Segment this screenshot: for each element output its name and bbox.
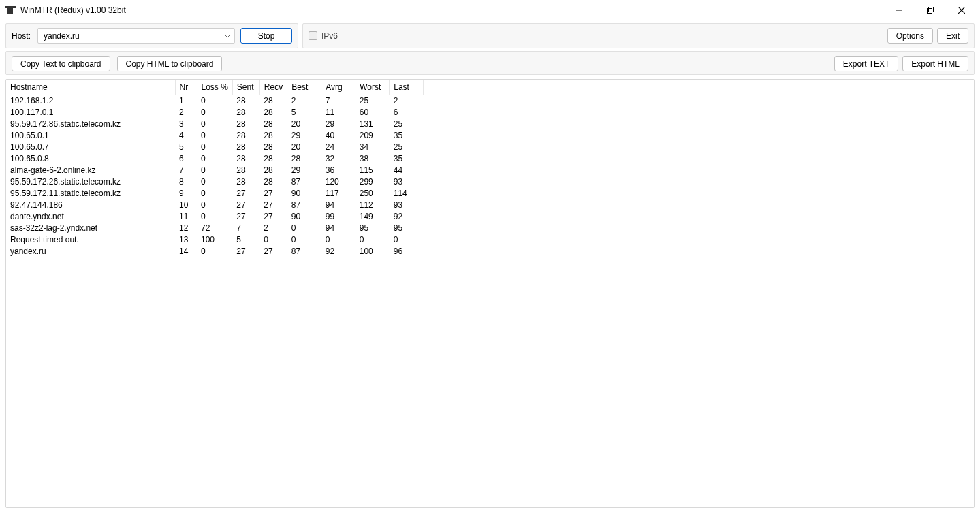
cell-best: 87 bbox=[287, 176, 321, 187]
cell-avrg: 117 bbox=[321, 187, 355, 199]
col-last[interactable]: Last bbox=[390, 80, 424, 95]
cell-worst: 38 bbox=[355, 153, 390, 164]
cell-best: 87 bbox=[287, 199, 321, 210]
cell-nr: 10 bbox=[175, 199, 197, 210]
table-row[interactable]: 100.65.0.750282820243425 bbox=[6, 141, 424, 153]
table-row[interactable]: yandex.ru1402727879210096 bbox=[6, 245, 424, 257]
table-row[interactable]: 192.168.1.210282827252 bbox=[6, 95, 424, 106]
cell-sent: 28 bbox=[232, 176, 259, 187]
cell-sent: 28 bbox=[232, 129, 259, 141]
export-html-button[interactable]: Export HTML bbox=[902, 56, 968, 71]
host-label: Host: bbox=[12, 31, 32, 41]
table-row[interactable]: alma-gate-6-2.online.kz702828293611544 bbox=[6, 164, 424, 176]
col-recv[interactable]: Recv bbox=[259, 80, 287, 95]
cell-nr: 2 bbox=[175, 106, 197, 118]
cell-best: 90 bbox=[287, 210, 321, 222]
options-button[interactable]: Options bbox=[887, 28, 933, 44]
cell-hostname: 95.59.172.11.static.telecom.kz bbox=[6, 187, 175, 199]
cell-avrg: 29 bbox=[321, 118, 355, 129]
cell-best: 29 bbox=[287, 164, 321, 176]
cell-sent: 28 bbox=[232, 95, 259, 106]
cell-hostname: 100.65.0.8 bbox=[6, 153, 175, 164]
table-row[interactable]: 92.47.144.1861002727879411293 bbox=[6, 199, 424, 210]
maximize-button[interactable] bbox=[915, 0, 946, 20]
table-row[interactable]: sas-32z2-lag-2.yndx.net1272720949595 bbox=[6, 222, 424, 234]
table-row[interactable]: 100.65.0.1402828294020935 bbox=[6, 129, 424, 141]
cell-recv: 27 bbox=[259, 210, 287, 222]
window-title: WinMTR (Redux) v1.00 32bit bbox=[20, 5, 126, 15]
cell-avrg: 120 bbox=[321, 176, 355, 187]
copy-text-button[interactable]: Copy Text to clipboard bbox=[12, 56, 110, 71]
svg-line-6 bbox=[958, 7, 965, 14]
cell-nr: 4 bbox=[175, 129, 197, 141]
table-row[interactable]: 95.59.172.11.static.telecom.kz9027279011… bbox=[6, 187, 424, 199]
cell-best: 0 bbox=[287, 222, 321, 234]
window-controls bbox=[883, 0, 977, 20]
exit-button[interactable]: Exit bbox=[937, 28, 968, 44]
cell-sent: 28 bbox=[232, 118, 259, 129]
col-sent[interactable]: Sent bbox=[232, 80, 259, 95]
cell-sent: 5 bbox=[232, 234, 259, 245]
col-best[interactable]: Best bbox=[287, 80, 321, 95]
cell-loss: 0 bbox=[197, 176, 232, 187]
copy-html-button[interactable]: Copy HTML to clipboard bbox=[117, 56, 223, 71]
ipv6-checkbox[interactable] bbox=[309, 31, 317, 40]
stop-button[interactable]: Stop bbox=[240, 28, 292, 44]
cell-hostname: 100.65.0.1 bbox=[6, 129, 175, 141]
minimize-button[interactable] bbox=[883, 0, 915, 20]
svg-rect-2 bbox=[5, 6, 16, 8]
cell-hostname: 92.47.144.186 bbox=[6, 199, 175, 210]
cell-hostname: 100.65.0.7 bbox=[6, 141, 175, 153]
table-row[interactable]: 95.59.172.26.static.telecom.kz8028288712… bbox=[6, 176, 424, 187]
cell-hostname: dante.yndx.net bbox=[6, 210, 175, 222]
col-hostname[interactable]: Hostname bbox=[6, 80, 175, 95]
cell-avrg: 94 bbox=[321, 222, 355, 234]
table-row[interactable]: 100.65.0.860282828323835 bbox=[6, 153, 424, 164]
ipv6-label: IPv6 bbox=[321, 31, 338, 41]
cell-sent: 27 bbox=[232, 199, 259, 210]
col-nr[interactable]: Nr bbox=[175, 80, 197, 95]
cell-avrg: 36 bbox=[321, 164, 355, 176]
cell-last: 92 bbox=[390, 210, 424, 222]
cell-last: 96 bbox=[390, 245, 424, 257]
cell-sent: 7 bbox=[232, 222, 259, 234]
cell-hostname: sas-32z2-lag-2.yndx.net bbox=[6, 222, 175, 234]
cell-loss: 100 bbox=[197, 234, 232, 245]
col-worst[interactable]: Worst bbox=[355, 80, 390, 95]
cell-loss: 0 bbox=[197, 118, 232, 129]
col-loss[interactable]: Loss % bbox=[197, 80, 232, 95]
cell-sent: 28 bbox=[232, 141, 259, 153]
table-row[interactable]: dante.yndx.net1102727909914992 bbox=[6, 210, 424, 222]
table-row[interactable]: 100.117.0.1202828511606 bbox=[6, 106, 424, 118]
table-row[interactable]: Request timed out.13100500000 bbox=[6, 234, 424, 245]
col-avrg[interactable]: Avrg bbox=[321, 80, 355, 95]
cell-last: 93 bbox=[390, 176, 424, 187]
cell-loss: 0 bbox=[197, 210, 232, 222]
cell-avrg: 32 bbox=[321, 153, 355, 164]
cell-avrg: 7 bbox=[321, 95, 355, 106]
table-row[interactable]: 95.59.172.86.static.telecom.kz3028282029… bbox=[6, 118, 424, 129]
cell-worst: 209 bbox=[355, 129, 390, 141]
cell-loss: 0 bbox=[197, 95, 232, 106]
cell-sent: 27 bbox=[232, 187, 259, 199]
cell-recv: 28 bbox=[259, 176, 287, 187]
cell-loss: 0 bbox=[197, 164, 232, 176]
cell-hostname: 100.117.0.1 bbox=[6, 106, 175, 118]
app-icon bbox=[5, 5, 16, 16]
host-combobox[interactable] bbox=[37, 28, 235, 44]
cell-loss: 0 bbox=[197, 187, 232, 199]
results-table[interactable]: Hostname Nr Loss % Sent Recv Best Avrg W… bbox=[6, 80, 424, 257]
cell-recv: 28 bbox=[259, 141, 287, 153]
cell-recv: 28 bbox=[259, 129, 287, 141]
cell-recv: 28 bbox=[259, 95, 287, 106]
cell-best: 87 bbox=[287, 245, 321, 257]
cell-last: 6 bbox=[390, 106, 424, 118]
cell-avrg: 92 bbox=[321, 245, 355, 257]
cell-hostname: 192.168.1.2 bbox=[6, 95, 175, 106]
cell-best: 2 bbox=[287, 95, 321, 106]
host-input[interactable] bbox=[42, 31, 230, 42]
cell-recv: 2 bbox=[259, 222, 287, 234]
export-text-button[interactable]: Export TEXT bbox=[834, 56, 898, 71]
cell-worst: 60 bbox=[355, 106, 390, 118]
close-button[interactable] bbox=[946, 0, 977, 20]
